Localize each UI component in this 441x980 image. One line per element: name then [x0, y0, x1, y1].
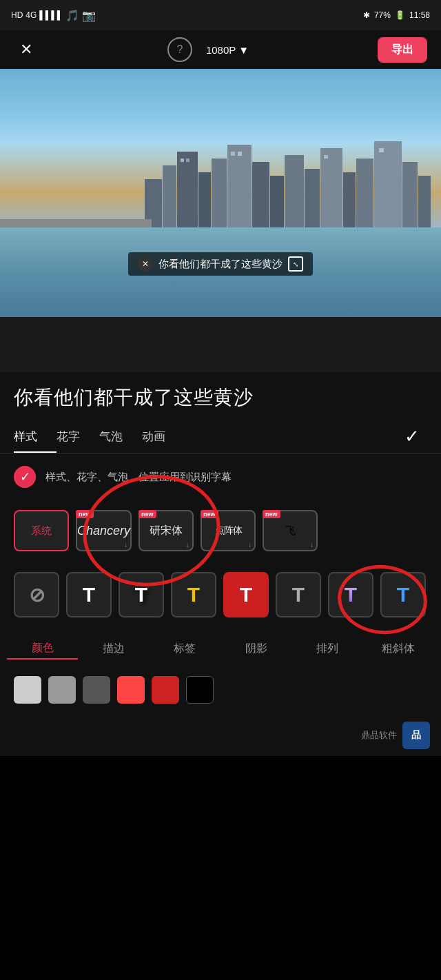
- style-none[interactable]: ⊘: [14, 572, 59, 617]
- font-chancery-label: Chancery: [77, 524, 130, 538]
- tab-animation[interactable]: 动画: [142, 420, 185, 453]
- font-yansong[interactable]: new 研宋体 ↓: [139, 510, 194, 551]
- style-plain[interactable]: T: [66, 572, 112, 617]
- resolution-selector[interactable]: 1080P ▼: [206, 44, 249, 56]
- bottom-tab-arrange[interactable]: 排列: [291, 639, 362, 659]
- timeline-area: [0, 317, 441, 372]
- font-selector: 系统 new Chancery ↓ new 研宋体 ↓ new 点阵体 ↓ ne…: [0, 500, 441, 561]
- font-fly-label: 飞: [285, 524, 296, 538]
- bottom-tab-arrange-label: 排列: [316, 642, 338, 654]
- svg-rect-19: [238, 152, 242, 156]
- bottom-tab-tag-label: 标签: [174, 642, 196, 654]
- resolution-arrow-icon: ▼: [238, 44, 249, 56]
- tab-bubble-label: 气泡: [99, 430, 123, 443]
- apply-row: ✓ 样式、花字、气泡、位置应用到识别字幕: [0, 453, 441, 500]
- bottom-tab-stroke-label: 描边: [103, 642, 125, 654]
- font-chancery[interactable]: new Chancery ↓: [76, 510, 132, 551]
- tab-bubble[interactable]: 气泡: [99, 420, 142, 453]
- none-icon: ⊘: [29, 584, 45, 606]
- bottom-tab-color-label: 颜色: [32, 642, 54, 653]
- swatch-darkgray[interactable]: [83, 676, 110, 704]
- bottom-tab-bold-italic[interactable]: 粗斜体: [363, 639, 434, 659]
- subtitle-resize-icon[interactable]: ⤡: [288, 256, 303, 272]
- tab-style-label: 样式: [14, 430, 37, 443]
- new-badge: new: [76, 510, 94, 518]
- tab-style[interactable]: 样式: [14, 420, 57, 453]
- style-red-bg[interactable]: T: [223, 572, 269, 617]
- edit-panel: 你看他们都干成了这些黄沙 样式 花字 气泡 动画 ✓ ✓ 样式、花字、气泡、位置…: [0, 372, 441, 756]
- download-icon: ↓: [124, 541, 127, 549]
- confirm-button[interactable]: ✓: [397, 422, 427, 452]
- style-gray[interactable]: T: [276, 572, 321, 617]
- svg-rect-21: [379, 148, 384, 152]
- swatch-black[interactable]: [186, 676, 214, 704]
- new-badge-3: new: [201, 510, 218, 518]
- svg-rect-20: [324, 155, 328, 159]
- bottom-tab-color[interactable]: 颜色: [7, 638, 78, 660]
- style-plain-label: T: [83, 583, 95, 606]
- app-icon1: 🎵: [65, 9, 79, 22]
- tabs-row: 样式 花字 气泡 动画 ✓: [0, 420, 441, 453]
- style-gray-label: T: [292, 583, 305, 606]
- resolution-label: 1080P: [206, 44, 236, 56]
- status-bar: HD 4G ▌▌▌▌ 🎵 📷 ✱ 77% 🔋 11:58: [0, 0, 441, 30]
- bottom-tab-bold-italic-label: 粗斜体: [382, 642, 415, 654]
- battery-label: 77%: [374, 10, 391, 20]
- top-toolbar: ✕ ? 1080P ▼ 导出: [0, 30, 441, 69]
- swatch-gray[interactable]: [48, 676, 76, 704]
- bottom-tab-shadow[interactable]: 阴影: [220, 639, 291, 659]
- style-gradient-label: T: [345, 583, 357, 606]
- bottom-tab-shadow-label: 阴影: [245, 642, 267, 654]
- font-system[interactable]: 系统: [14, 510, 69, 551]
- svg-rect-18: [231, 152, 235, 156]
- tab-animation-label: 动画: [142, 430, 165, 443]
- download-icon-3: ↓: [248, 541, 252, 549]
- font-dianzhen-label: 点阵体: [215, 524, 242, 537]
- apply-checkbox[interactable]: ✓: [14, 466, 36, 488]
- apply-text: 样式、花字、气泡、位置应用到识别字幕: [45, 471, 232, 484]
- font-dianzhen[interactable]: new 点阵体 ↓: [201, 510, 256, 551]
- video-preview: ✕ 你看他们都干成了这些黄沙 ⤡: [0, 69, 441, 317]
- bottom-tab-tag[interactable]: 标签: [150, 639, 220, 659]
- bluetooth-icon: ✱: [363, 10, 370, 20]
- bottom-tab-stroke[interactable]: 描边: [78, 639, 149, 659]
- swatch-red[interactable]: [117, 676, 145, 704]
- close-button[interactable]: ✕: [14, 37, 39, 62]
- watermark-area: 鼎品软件 品: [0, 715, 441, 756]
- tab-huazi[interactable]: 花字: [57, 420, 99, 453]
- style-gradient[interactable]: T: [328, 572, 373, 617]
- battery-icon: 🔋: [395, 10, 405, 20]
- status-right: ✱ 77% 🔋 11:58: [363, 10, 430, 20]
- new-badge-2: new: [139, 510, 156, 518]
- subtitle-close-icon[interactable]: ✕: [138, 256, 153, 272]
- style-blue[interactable]: T: [380, 572, 426, 617]
- subtitle-overlay-video[interactable]: ✕ 你看他们都干成了这些黄沙 ⤡: [128, 252, 313, 276]
- style-shadow-label: T: [135, 583, 147, 606]
- font-fly[interactable]: new 飞 ↓: [263, 510, 318, 551]
- watermark-text: 鼎品软件: [361, 729, 397, 742]
- new-badge-4: new: [263, 510, 280, 518]
- signal-label: 4G: [25, 10, 37, 20]
- signal-bars: ▌▌▌▌: [39, 10, 63, 20]
- watermark-logo: 品: [411, 729, 421, 742]
- help-button[interactable]: ?: [167, 37, 192, 62]
- download-icon-2: ↓: [186, 541, 189, 549]
- style-variants: ⊘ T T T T T T T: [0, 561, 441, 629]
- svg-rect-17: [186, 159, 189, 162]
- status-left: HD 4G ▌▌▌▌ 🎵 📷: [11, 9, 96, 22]
- font-system-label: 系统: [31, 524, 52, 538]
- time-label: 11:58: [409, 10, 430, 20]
- style-blue-label: T: [397, 583, 409, 606]
- swatch-lightgray[interactable]: [14, 676, 41, 704]
- style-shadow[interactable]: T: [119, 572, 164, 617]
- style-yellow[interactable]: T: [171, 572, 216, 617]
- watermark-icon: 品: [402, 722, 430, 749]
- export-button[interactable]: 导出: [378, 37, 427, 63]
- style-yellow-label: T: [187, 583, 200, 606]
- hd-label: HD: [11, 10, 23, 20]
- app-icon2: 📷: [82, 9, 96, 22]
- color-swatches: [0, 669, 441, 715]
- svg-rect-16: [181, 159, 184, 162]
- bottom-tabs: 颜色 描边 标签 阴影 排列 粗斜体: [0, 629, 441, 669]
- swatch-darkred[interactable]: [152, 676, 179, 704]
